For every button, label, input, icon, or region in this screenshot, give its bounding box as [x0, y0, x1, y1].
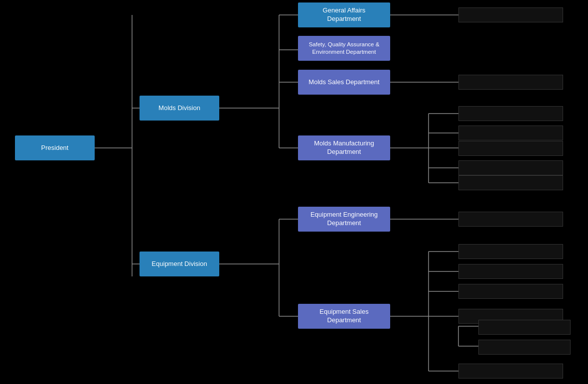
molds-sales-node: Molds Sales Department [298, 70, 390, 95]
president-node: President [15, 135, 95, 160]
sub-node-es2 [458, 264, 563, 279]
sub-node-mm2 [458, 126, 563, 140]
sub-node-mm4 [458, 160, 563, 175]
president-label: President [41, 144, 69, 152]
equipment-eng-node: Equipment EngineeringDepartment [298, 207, 390, 232]
equipment-sales-node: Equipment SalesDepartment [298, 304, 390, 329]
molds-division-node: Molds Division [140, 96, 219, 121]
sub-node-es3 [458, 284, 563, 299]
org-chart: President Molds Division Equipment Divis… [0, 0, 588, 384]
sub-node-ss1 [478, 320, 571, 335]
general-affairs-label: General AffairsDepartment [323, 6, 366, 23]
sub-node-mm5 [458, 175, 563, 190]
equipment-division-label: Equipment Division [151, 260, 207, 268]
molds-sales-label: Molds Sales Department [308, 78, 379, 87]
molds-mfg-node: Molds ManufacturingDepartment [298, 135, 390, 160]
equipment-sales-label: Equipment SalesDepartment [319, 308, 368, 325]
sub-node-ga [458, 7, 563, 22]
sub-node-ms [458, 75, 563, 90]
molds-division-label: Molds Division [158, 104, 200, 113]
sub-node-es1 [458, 244, 563, 259]
molds-mfg-label: Molds ManufacturingDepartment [314, 139, 374, 156]
sub-node-ss2 [478, 340, 571, 355]
sub-node-ee [458, 212, 563, 227]
equipment-eng-label: Equipment EngineeringDepartment [310, 211, 378, 228]
safety-label: Safety, Quality Assurance &Environment D… [309, 41, 380, 56]
equipment-division-node: Equipment Division [140, 252, 219, 276]
sub-node-mm1 [458, 106, 563, 121]
safety-node: Safety, Quality Assurance &Environment D… [298, 36, 390, 61]
sub-node-mm3 [458, 141, 563, 156]
general-affairs-node: General AffairsDepartment [298, 2, 390, 27]
sub-node-es5 [458, 364, 563, 379]
